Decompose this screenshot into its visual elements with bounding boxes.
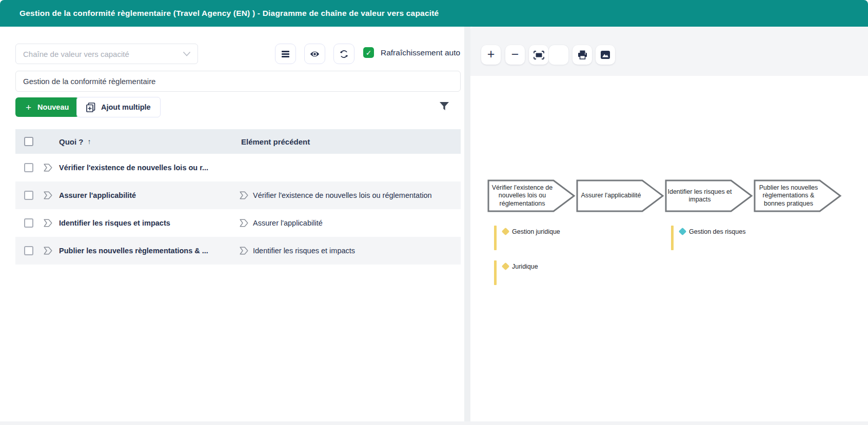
value-stream-icon xyxy=(44,164,52,172)
row-previous: Vérifier l'existence de nouvelles lois o… xyxy=(240,191,461,199)
image-export-icon xyxy=(600,50,610,59)
view-type-select[interactable]: Chaîne de valeur vers capacité xyxy=(15,44,198,64)
auto-refresh-label: Rafraîchissement auto xyxy=(381,48,460,57)
capability-tag[interactable]: Gestion des risques xyxy=(671,226,745,250)
row-previous: Assurer l'applicabilité xyxy=(240,219,461,227)
value-chain-stage[interactable]: Assurer l'applicabilité xyxy=(576,179,664,214)
capability-bar xyxy=(494,260,497,285)
page-title: Gestion de la conformité règlementaire (… xyxy=(19,9,439,18)
element-name-input[interactable] xyxy=(15,71,461,92)
table-row[interactable]: Publier les nouvelles règlementations & … xyxy=(15,237,461,265)
capability-label: Gestion juridique xyxy=(512,228,560,235)
export-image-button[interactable] xyxy=(596,45,615,65)
sort-asc-icon[interactable]: ↑ xyxy=(88,137,91,146)
column-header-what[interactable]: Quoi ? xyxy=(59,137,84,146)
stage-label: Assurer l'applicabilité xyxy=(579,179,643,212)
diagram-toolbar: + − xyxy=(470,27,868,76)
multi-add-icon xyxy=(86,103,95,112)
eye-icon xyxy=(310,50,320,58)
fit-screen-icon xyxy=(534,51,544,59)
table-header-row: Quoi ? ↑ Elément précédent xyxy=(15,129,461,154)
panel-divider xyxy=(464,27,470,425)
diagram-canvas[interactable]: Vérifier l'existence de nouvelles lois o… xyxy=(470,76,868,421)
element-table: Quoi ? ↑ Elément précédent Vérifier l'ex… xyxy=(15,129,461,265)
plus-icon: + xyxy=(26,103,31,112)
multi-add-button[interactable]: Ajout multiple xyxy=(76,97,161,117)
row-checkbox[interactable] xyxy=(24,218,33,228)
value-stream-icon xyxy=(240,247,248,255)
auto-refresh-toggle[interactable]: ✓ Rafraîchissement auto xyxy=(363,47,460,58)
print-icon xyxy=(578,50,587,59)
visibility-button[interactable] xyxy=(304,44,325,64)
stage-label: Identifier les risques et impacts xyxy=(667,179,732,212)
zoom-in-button[interactable]: + xyxy=(481,45,501,65)
row-what: Assurer l'applicabilité xyxy=(59,191,228,199)
capability-diamond-icon xyxy=(679,228,687,236)
new-button-label: Nouveau xyxy=(37,103,69,111)
value-stream-icon xyxy=(240,219,248,227)
list-icon xyxy=(281,50,290,58)
capability-label: Gestion des risques xyxy=(689,228,745,235)
table-row[interactable]: Vérifier l'existence de nouvelles lois o… xyxy=(15,154,461,181)
page-bottom-strip xyxy=(0,421,868,425)
value-stream-icon xyxy=(44,247,52,255)
value-stream-icon xyxy=(44,191,52,199)
zoom-out-button[interactable]: − xyxy=(505,45,525,65)
value-stream-icon xyxy=(44,219,52,227)
select-all-checkbox[interactable] xyxy=(24,137,33,146)
row-what: Identifier les risques et impacts xyxy=(59,219,228,227)
refresh-icon xyxy=(340,50,348,58)
table-row[interactable]: Assurer l'applicabilité Vérifier l'exist… xyxy=(15,181,461,209)
multi-add-label: Ajout multiple xyxy=(101,103,151,111)
row-what: Publier les nouvelles règlementations & … xyxy=(59,247,228,255)
filter-button[interactable] xyxy=(437,99,451,113)
row-what: Vérifier l'existence de nouvelles lois o… xyxy=(59,164,228,172)
checkbox-checked-icon[interactable]: ✓ xyxy=(363,47,374,58)
empty-toolbar-button[interactable] xyxy=(549,45,568,65)
app-window: Gestion de la conformité règlementaire (… xyxy=(0,0,868,425)
row-previous: Identifier les risques et impacts xyxy=(240,247,461,255)
row-checkbox[interactable] xyxy=(24,163,33,172)
filter-icon xyxy=(439,102,449,111)
window-titlebar: Gestion de la conformité règlementaire (… xyxy=(0,0,868,27)
row-checkbox[interactable] xyxy=(24,191,33,200)
diagram-panel: + − xyxy=(470,27,868,421)
stage-label: Publier les nouvelles règlementations & … xyxy=(756,179,821,212)
chevron-down-icon xyxy=(183,52,190,56)
value-chain-stage[interactable]: Vérifier l'existence de nouvelles lois o… xyxy=(487,179,576,214)
capability-tag[interactable]: Juridique xyxy=(494,260,560,285)
capability-diamond-icon xyxy=(502,228,510,236)
capability-label: Juridique xyxy=(512,263,538,270)
table-row[interactable]: Identifier les risques et impacts Assure… xyxy=(15,209,461,237)
print-button[interactable] xyxy=(573,45,592,65)
capability-diamond-icon xyxy=(502,262,510,271)
capability-bar xyxy=(671,226,674,250)
column-header-previous[interactable]: Elément précédent xyxy=(241,137,310,146)
value-chain-stage[interactable]: Publier les nouvelles règlementations & … xyxy=(754,179,842,214)
element-list-panel: Chaîne de valeur vers capacité xyxy=(0,27,464,421)
refresh-button[interactable] xyxy=(333,44,354,64)
new-button[interactable]: + Nouveau xyxy=(15,97,79,117)
fit-screen-button[interactable] xyxy=(529,45,548,65)
capability-bar xyxy=(494,226,497,250)
value-stream-icon xyxy=(240,191,248,199)
stage-label: Vérifier l'existence de nouvelles lois o… xyxy=(490,179,555,212)
list-view-button[interactable] xyxy=(275,44,296,64)
view-type-value: Chaîne de valeur vers capacité xyxy=(23,50,129,58)
capability-tag[interactable]: Gestion juridique xyxy=(494,226,560,250)
row-checkbox[interactable] xyxy=(24,246,33,255)
value-chain-stage[interactable]: Identifier les risques et impacts Gestio… xyxy=(665,179,753,214)
